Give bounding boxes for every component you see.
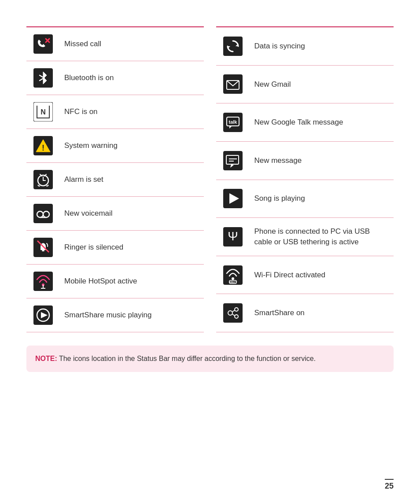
usb-icon: Ψ	[221, 225, 244, 248]
table-row: DIRECT Wi-Fi Direct activated	[216, 256, 394, 294]
missed-call-icon	[32, 33, 55, 55]
system-warning-label: System warning	[60, 129, 204, 163]
bluetooth-icon	[32, 66, 55, 89]
table-row: SmartShare music playing	[26, 298, 204, 332]
bluetooth-label: Bluetooth is on	[60, 61, 204, 95]
svg-rect-32	[223, 74, 243, 94]
note-bold-text: NOTE:	[35, 355, 57, 362]
svg-rect-20	[42, 250, 44, 251]
note-box: NOTE: The icons location in the Status B…	[26, 346, 394, 372]
ringer-silenced-icon-cell	[26, 231, 60, 265]
voicemail-icon-cell	[26, 197, 60, 231]
right-table: Data is syncing New Gmail talk New Googl…	[216, 26, 394, 332]
tables-wrapper: Missed call Bluetooth is on N NFC is on …	[26, 26, 394, 332]
gmail-icon	[221, 73, 244, 96]
song-playing-icon	[221, 187, 244, 210]
voicemail-icon	[32, 202, 55, 225]
svg-rect-0	[33, 34, 53, 54]
svg-point-48	[232, 277, 234, 280]
svg-text:DIRECT: DIRECT	[229, 281, 237, 283]
bluetooth-icon-cell	[26, 61, 60, 95]
missed-call-label: Missed call	[60, 27, 204, 61]
svg-text:!: !	[42, 143, 44, 152]
table-row: ! System warning	[26, 129, 204, 163]
google-talk-icon: talk	[221, 111, 244, 134]
hotspot-icon-cell	[26, 265, 60, 298]
table-row: Missed call	[26, 27, 204, 61]
nfc-icon-cell: N	[26, 95, 60, 129]
svg-text:talk: talk	[229, 119, 238, 125]
table-row: N NFC is on	[26, 95, 204, 129]
usb-icon-cell: Ψ	[216, 218, 250, 256]
song-playing-label: Song is playing	[250, 180, 394, 218]
alarm-icon-cell	[26, 163, 60, 197]
ringer-silenced-label: Ringer is silenced	[60, 231, 204, 265]
table-row: New voicemail	[26, 197, 204, 231]
data-syncing-icon	[221, 35, 244, 58]
table-row: New Gmail	[216, 65, 394, 103]
smartshare-music-icon	[32, 304, 55, 327]
svg-text:Ψ: Ψ	[228, 229, 238, 243]
hotspot-label: Mobile HotSpot active	[60, 265, 204, 298]
table-row: Mobile HotSpot active	[26, 265, 204, 298]
table-row: New message	[216, 141, 394, 180]
new-message-icon-cell	[216, 141, 250, 180]
table-row: Ringer is silenced	[26, 231, 204, 265]
table-spacer	[204, 26, 217, 332]
new-message-label: New message	[250, 141, 394, 180]
table-row: talk New Google Talk message	[216, 103, 394, 142]
google-talk-icon-cell: talk	[216, 103, 250, 142]
smartshare-music-icon-cell	[26, 298, 60, 332]
smartshare-music-label: SmartShare music playing	[60, 298, 204, 332]
system-warning-icon-cell: !	[26, 129, 60, 163]
table-row: Ψ Phone is connected to PC via USB cable…	[216, 218, 394, 256]
google-talk-label: New Google Talk message	[250, 103, 394, 142]
system-warning-icon: !	[32, 134, 55, 157]
smartshare-icon-cell	[216, 294, 250, 332]
left-table: Missed call Bluetooth is on N NFC is on …	[26, 26, 204, 332]
table-row: Alarm is set	[26, 163, 204, 197]
table-row: Song is playing	[216, 180, 394, 218]
svg-text:N: N	[41, 108, 46, 116]
usb-label: Phone is connected to PC via USB cable o…	[250, 218, 394, 256]
gmail-label: New Gmail	[250, 65, 394, 103]
gmail-icon-cell	[216, 65, 250, 103]
wifi-direct-icon-cell: DIRECT	[216, 256, 250, 294]
page-number: 25	[385, 479, 394, 491]
table-row: Data is syncing	[216, 27, 394, 65]
new-message-icon	[221, 149, 244, 172]
wifi-direct-label: Wi-Fi Direct activated	[250, 256, 394, 294]
song-playing-icon-cell	[216, 180, 250, 218]
ringer-silenced-icon	[32, 236, 55, 259]
hotspot-icon	[32, 270, 55, 293]
alarm-label: Alarm is set	[60, 163, 204, 197]
table-row: SmartShare on	[216, 294, 394, 332]
smartshare-icon	[221, 302, 244, 324]
missed-call-icon-cell	[26, 27, 60, 61]
wifi-direct-icon: DIRECT	[221, 264, 244, 287]
data-syncing-label: Data is syncing	[250, 27, 394, 65]
voicemail-label: New voicemail	[60, 197, 204, 231]
table-row: Bluetooth is on	[26, 61, 204, 95]
smartshare-label: SmartShare on	[250, 294, 394, 332]
note-text: The icons location in the Status Bar may…	[57, 355, 316, 362]
alarm-icon	[32, 168, 55, 191]
page-container: Missed call Bluetooth is on N NFC is on …	[0, 0, 420, 390]
nfc-label: NFC is on	[60, 95, 204, 129]
data-syncing-icon-cell	[216, 27, 250, 65]
svg-rect-29	[223, 37, 243, 56]
nfc-icon: N	[32, 100, 55, 123]
